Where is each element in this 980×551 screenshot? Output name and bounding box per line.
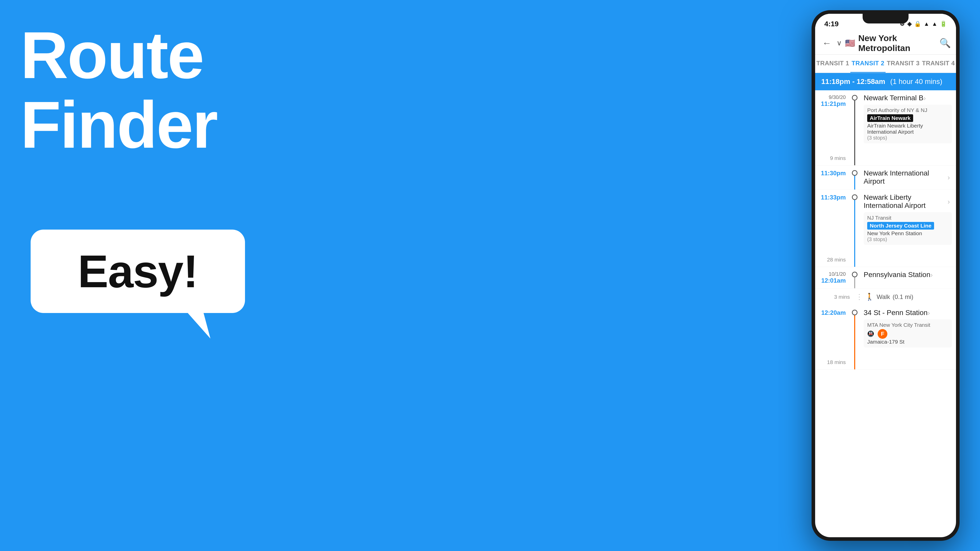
stop-row-2[interactable]: 11:30pm Newark International Airport ›	[815, 165, 956, 189]
speech-bubble-container: Easy!	[30, 230, 245, 313]
date-1: 9/30/20	[829, 94, 846, 100]
back-button[interactable]: ←	[820, 36, 834, 51]
status-time: 4:19	[824, 20, 838, 28]
walk-segment: 3 mins ⋮ 🚶 Walk (0.1 mi)	[815, 289, 956, 305]
duration-label-1: 9 mins	[830, 155, 846, 161]
stop-name-row-3: Newark Liberty International Airport ›	[864, 193, 952, 210]
battery-icon: 🔋	[940, 21, 947, 27]
stop-dot-1	[852, 95, 858, 100]
duration-row-5: 18 mins	[815, 353, 956, 369]
time-col-3: 11:33pm	[815, 190, 848, 251]
stop-row-3[interactable]: 11:33pm Newark Liberty International Air…	[815, 190, 956, 251]
time-col-5: 12:20am	[815, 305, 848, 353]
line-cont-3	[854, 251, 855, 267]
duration-row-1: 9 mins	[815, 149, 956, 165]
destination-3: New York Penn Station	[867, 230, 948, 237]
duration-time-1: 9 mins	[815, 149, 848, 165]
duration-line-1	[848, 149, 861, 165]
line-badge-3: North Jersey Coast Line	[867, 222, 934, 230]
line-5	[854, 315, 855, 353]
speech-bubble-tail	[188, 309, 210, 342]
time-3: 11:33pm	[821, 194, 846, 201]
transit-info-3: NJ Transit North Jersey Coast Line New Y…	[864, 212, 952, 245]
phone-notch	[862, 14, 908, 24]
duration-label-5: 18 mins	[827, 359, 846, 365]
duration-line-5	[848, 353, 861, 369]
date-4: 10/1/20	[829, 271, 846, 277]
dropdown-icon[interactable]: ∨	[837, 39, 842, 47]
tab-transit-2[interactable]: TRANSIT 2	[850, 55, 886, 73]
stop-name-4: Pennsylvania Station	[864, 271, 931, 279]
walk-time-col: 3 mins	[819, 294, 853, 300]
content-1: Newark Terminal B › Port Authority of NY…	[861, 90, 956, 149]
time-col-4: 10/1/20 12:01am	[815, 267, 848, 288]
tab-transit-4[interactable]: TRANSIT 4	[921, 55, 956, 73]
chevron-4: ›	[931, 271, 933, 279]
stop-name-row-1: Newark Terminal B ›	[864, 94, 952, 103]
stop-name-2: Newark International Airport	[864, 169, 948, 186]
line-col-5	[848, 305, 861, 353]
left-section: Route Finder	[21, 21, 237, 160]
agency-1: Port Authority of NY & NJ	[867, 107, 948, 113]
stop-segment-4: 10/1/20 12:01am Pennsylvania Station ›	[815, 267, 956, 288]
stop-row-1[interactable]: 9/30/20 11:21pm Newark Terminal B ›	[815, 90, 956, 149]
route-duration: (1 hour 40 mins)	[890, 78, 942, 86]
stop-dot-4	[852, 272, 858, 277]
chevron-5: ›	[928, 309, 930, 317]
content-5: 34 St - Penn Station › MTA New York City…	[861, 305, 956, 353]
flag-icon: 🇺🇸	[845, 38, 855, 48]
line-2	[854, 176, 855, 189]
speech-bubble-text: Easy!	[78, 245, 198, 298]
stop-name-row-2: Newark International Airport ›	[864, 169, 952, 186]
time-4: 12:01am	[821, 277, 846, 284]
time-5: 12:20am	[821, 309, 846, 316]
stop-row-4[interactable]: 10/1/20 12:01am Pennsylvania Station ›	[815, 267, 956, 288]
time-col-2: 11:30pm	[815, 165, 848, 189]
time-col-1: 9/30/20 11:21pm	[815, 90, 848, 149]
walk-dots-col: ⋮	[853, 292, 865, 301]
route-list: 9/30/20 11:21pm Newark Terminal B ›	[815, 90, 956, 370]
search-button[interactable]: 🔍	[939, 38, 951, 48]
line-col-4	[848, 267, 861, 288]
stop-dot-5	[852, 310, 858, 315]
stop-dot-2	[852, 170, 858, 176]
content-3: Newark Liberty International Airport › N…	[861, 190, 956, 251]
signal-icon: ◈	[907, 21, 912, 27]
tab-transit-1[interactable]: TRANSIT 1	[815, 55, 850, 73]
walk-text: Walk	[877, 293, 890, 300]
line-col-1	[848, 90, 861, 149]
stop-segment-5: 12:20am 34 St - Penn Station ›	[815, 305, 956, 369]
stop-segment-3: 11:33pm Newark Liberty International Air…	[815, 190, 956, 267]
stops-3: (3 stops)	[867, 237, 948, 242]
tabs-bar: TRANSIT 1 TRANSIT 2 TRANSIT 3 TRANSIT 4	[815, 55, 956, 73]
chevron-3: ›	[948, 198, 950, 206]
stops-1: (3 stops)	[867, 135, 948, 141]
speech-bubble: Easy!	[30, 230, 245, 313]
stop-row-5[interactable]: 12:20am 34 St - Penn Station ›	[815, 305, 956, 353]
stop-segment-2: 11:30pm Newark International Airport ›	[815, 165, 956, 189]
line-badge-1: AirTrain Newark	[867, 114, 913, 122]
chevron-2: ›	[948, 173, 950, 182]
content-2: Newark International Airport ›	[861, 165, 956, 189]
tab-transit-3[interactable]: TRANSIT 3	[886, 55, 921, 73]
stop-name-row-5: 34 St - Penn Station ›	[864, 309, 952, 318]
app-header: ← ∨ 🇺🇸 New York Metropolitan 🔍	[815, 32, 956, 55]
line-1	[854, 100, 855, 149]
time-2: 11:30pm	[821, 170, 846, 177]
status-icons: ⚙ ◈ 🔒 ▲ ▲ 🔋	[900, 21, 947, 27]
duration-line-3	[848, 251, 861, 267]
stop-name-5: 34 St - Penn Station	[864, 309, 928, 317]
phone-screen: 4:19 ⚙ ◈ 🔒 ▲ ▲ 🔋 ← ∨ 🇺🇸 New York Metropo…	[815, 14, 956, 537]
line-cont-1	[854, 149, 855, 165]
walk-icon: 🚶	[865, 292, 874, 301]
chevron-1: ›	[923, 94, 926, 102]
phone-mockup: 4:19 ⚙ ◈ 🔒 ▲ ▲ 🔋 ← ∨ 🇺🇸 New York Metropo…	[811, 10, 959, 541]
destination-1: AirTrain Newark Liberty International Ai…	[867, 123, 948, 135]
duration-row-3: 28 mins	[815, 251, 956, 267]
line-3	[854, 200, 855, 251]
route-header-bar: 11:18pm - 12:58am (1 hour 40 mins)	[815, 73, 956, 90]
f-badge: F	[878, 329, 887, 339]
destination-5: Jamaica-179 St	[867, 339, 948, 345]
line-col-3	[848, 190, 861, 251]
train-icon-5: 🚇	[867, 330, 874, 337]
